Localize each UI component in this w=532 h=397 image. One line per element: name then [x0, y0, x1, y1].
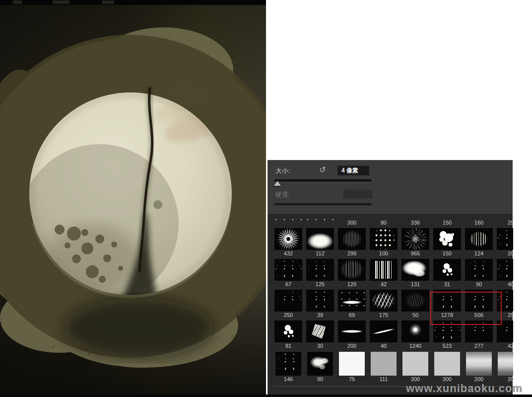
size-slider-thumb[interactable] [274, 181, 281, 186]
brush-cell-partial[interactable] [304, 216, 336, 227]
brush-cell[interactable]: 90 [463, 257, 495, 288]
brush-size-label: 965 [399, 250, 431, 257]
brush-cell[interactable]: 250 [272, 288, 304, 319]
brush-thumbnail-noise-icon [371, 352, 397, 376]
brush-size-label: 69 [336, 312, 368, 318]
brush-cell[interactable]: 300 [399, 350, 431, 386]
brush-size-label: 1278 [431, 312, 463, 318]
brush-size-label: 75 [336, 376, 368, 383]
brush-grid[interactable]: 3008033615016029432112299100965150124206… [272, 216, 513, 395]
brush-cell[interactable]: 50 [399, 288, 431, 319]
brush-thumbnail-splat-icon [433, 259, 461, 281]
brush-cell[interactable]: 75 [336, 350, 368, 386]
brush-thumbnail-streakblob-icon [338, 290, 366, 312]
brush-size-label: 506 [463, 312, 495, 318]
hardness-slider [274, 203, 372, 206]
brush-cell[interactable]: 20 [495, 227, 513, 257]
watermark-text: www.xunibaoku.com [406, 382, 523, 395]
brush-cell-partial[interactable]: 336 [399, 216, 431, 227]
brush-size-label: 111 [368, 376, 399, 383]
brush-cell[interactable]: 146 [272, 350, 304, 386]
brush-thumbnail-dabs-icon [465, 259, 493, 281]
brush-size-label: 29 [495, 312, 513, 318]
brush-size-label: 299 [336, 250, 368, 257]
brush-cell[interactable]: 69 [336, 288, 368, 319]
brush-cell[interactable]: 299 [336, 227, 368, 257]
brush-cell[interactable]: 1240 [399, 319, 431, 350]
brush-thumbnail-shards-icon [370, 290, 398, 312]
brush-cell[interactable]: 112 [304, 227, 336, 257]
brush-cell[interactable]: 300 [431, 350, 463, 386]
menu-bar-remnant [0, 0, 266, 5]
brush-thumbnail-fiber-icon [338, 228, 366, 250]
brush-cell[interactable]: 131 [399, 257, 431, 288]
brush-cell[interactable]: 432 [272, 227, 304, 257]
brush-cell-partial[interactable]: 29 [495, 216, 513, 227]
brush-thumbnail-mottle-icon [275, 352, 301, 376]
menu-text-remnant [53, 0, 69, 4]
brush-size-label: 20 [495, 250, 513, 257]
brush-cell[interactable]: 1278 [431, 288, 463, 319]
brush-cell[interactable]: 31 [431, 257, 463, 288]
brush-cell[interactable]: 42 [495, 319, 513, 350]
size-value-box[interactable]: 4 像素 [337, 165, 369, 175]
brush-thumbnail-scratch-icon [401, 228, 429, 250]
brush-size-label: 150 [431, 220, 463, 226]
brush-options-panel: 大小: ↺ 4 像素 硬度: 3008033615016029432112299… [267, 160, 513, 397]
brush-cell[interactable]: 30 [304, 319, 336, 350]
brush-cell[interactable]: 100 [368, 227, 399, 257]
brush-cell[interactable]: 120 [336, 257, 368, 288]
brush-cell[interactable]: 150 [431, 227, 463, 257]
brush-cell[interactable]: 67 [272, 257, 304, 288]
brush-thumbnail-rain-icon [338, 259, 366, 281]
painting-canvas[interactable] [0, 0, 266, 397]
brush-size-label: 300 [336, 220, 368, 226]
brush-cell[interactable]: 29 [495, 288, 513, 319]
hardness-value-box [343, 189, 372, 198]
brush-cell-partial[interactable]: 160 [463, 216, 495, 227]
brush-thumbnail-speckle-icon [274, 259, 302, 281]
brush-cell[interactable]: 39 [304, 288, 336, 319]
brush-size-label: 200 [336, 343, 368, 349]
brush-size-label: 90 [463, 281, 495, 288]
brush-size-label: 31 [431, 281, 463, 288]
brush-size-label: 80 [368, 220, 399, 226]
brush-cell-partial[interactable]: 150 [431, 216, 463, 227]
brush-size-label: 250 [272, 312, 304, 318]
brush-cell[interactable]: 20 [495, 350, 513, 386]
brush-thumbnail-splat-icon [274, 320, 302, 342]
brush-size-label: 131 [399, 281, 431, 288]
brush-size-label: 67 [272, 281, 304, 288]
menu-text-remnant [102, 0, 114, 4]
brush-thumbnail-chunks-icon [433, 228, 461, 250]
brush-thumbnail-flat-icon [402, 352, 428, 376]
brush-cell[interactable]: 42 [368, 257, 399, 288]
screenshot-root: 大小: ↺ 4 像素 硬度: 3008033615016029432112299… [0, 0, 532, 397]
brush-cell[interactable]: 90 [304, 350, 336, 386]
brush-cell[interactable]: 965 [399, 227, 431, 257]
brush-cell[interactable]: 111 [368, 350, 399, 386]
brush-cell[interactable]: 200 [336, 319, 368, 350]
brush-cell[interactable]: 200 [463, 350, 495, 386]
brush-cell[interactable]: 175 [368, 288, 399, 319]
brush-cell[interactable]: 40 [368, 319, 399, 350]
brush-cell[interactable]: 40 [495, 257, 513, 288]
brush-cell[interactable]: 523 [431, 319, 463, 350]
reset-icon[interactable]: ↺ [319, 165, 326, 175]
brush-cell[interactable]: 506 [463, 288, 495, 319]
brush-cell[interactable]: 81 [272, 319, 304, 350]
brush-thumbnail-burst-icon [274, 228, 302, 250]
brush-cell-partial[interactable]: 300 [336, 216, 368, 227]
size-slider[interactable] [274, 179, 372, 182]
brush-size-label: 29 [495, 220, 513, 226]
brush-size-label: 146 [272, 376, 304, 383]
brush-cell-partial[interactable] [272, 216, 304, 227]
brush-cell[interactable]: 277 [463, 319, 495, 350]
brush-thumbnail-speckle-icon [497, 290, 513, 312]
brush-size-label: 40 [368, 343, 399, 349]
brush-cell[interactable]: 124 [463, 227, 495, 257]
menu-text-remnant [13, 0, 22, 4]
brush-cell[interactable]: 125 [304, 257, 336, 288]
brush-cell-partial[interactable]: 80 [368, 216, 399, 227]
brush-thumbnail-dabs-icon [306, 259, 334, 281]
